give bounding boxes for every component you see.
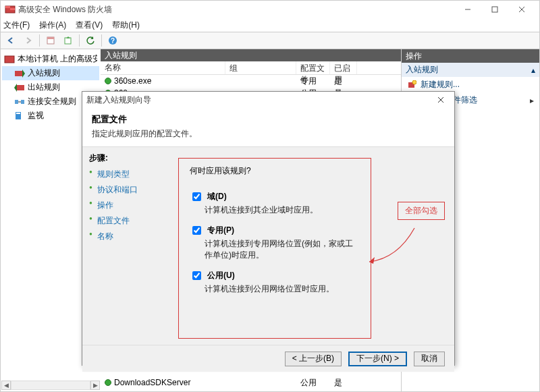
cell-group [225,80,296,82]
inbound-icon [14,68,25,79]
outbound-icon [14,82,25,93]
cell-group [225,382,296,383]
allow-icon [105,78,111,84]
step-name[interactable]: 名称 [89,229,155,244]
col-enabled[interactable]: 已启用 [330,61,357,74]
checkbox-public[interactable] [192,271,201,280]
tree-item-label: 连接安全规则 [28,96,76,107]
tree-item-label: 出站规则 [28,82,60,93]
svg-point-21 [412,80,416,84]
tree-root[interactable]: 本地计算机 上的高级安全 Win [2,52,99,66]
firewall-icon [5,4,16,15]
svg-rect-19 [16,113,20,114]
annotation-box: 何时应用该规则? 域(D) 计算机连接到其企业域时应用。 专用(P) 计算机连接… [178,158,371,339]
actions-header: 操作 [402,49,539,63]
svg-rect-2 [10,8,15,10]
checkbox-public-label: 公用(U) [207,270,235,281]
next-button[interactable]: 下一步(N) > [348,352,407,366]
monitor-icon [14,111,25,121]
cell-profile: 专用 [296,75,330,88]
scroll-left-icon[interactable]: ◀ [1,381,11,390]
svg-rect-12 [5,56,14,63]
step-profile[interactable]: 配置文件 [89,213,155,229]
minimize-button[interactable] [454,1,481,18]
back-button[interactable] [3,33,19,48]
toolbar-separator [79,34,80,47]
cell-name: 360se.exe [114,76,151,86]
checkbox-private[interactable] [192,226,201,235]
actions-section-label: 入站规则 [406,64,438,76]
main-header: 入站规则 [101,49,401,61]
export-button[interactable] [60,33,76,48]
dialog-head-title: 配置文件 [92,113,445,125]
window-title: 高级安全 Windows 防火墙 [18,4,454,16]
dialog-head-sub: 指定此规则应用的配置文件。 [92,128,445,140]
back-button[interactable]: < 上一步(B) [285,352,342,366]
checkbox-row-domain: 域(D) [190,190,360,203]
list-row[interactable]: 360se.exe 专用 是 [101,75,401,87]
annotation-label: 全部勾选 [398,202,445,220]
dialog-titlebar: 新建入站规则向导 [82,92,454,108]
checkbox-domain-label: 域(D) [207,191,227,202]
dialog-header: 配置文件 指定此规则应用的配置文件。 [82,108,454,147]
menubar: 文件(F) 操作(A) 查看(V) 帮助(H) [1,18,539,32]
private-desc: 计算机连接到专用网络位置(例如，家或工作单位)时应用。 [205,238,360,261]
col-group[interactable]: 组 [225,61,296,74]
chevron-right-icon: ▸ [530,96,534,105]
svg-rect-16 [21,100,24,104]
menu-action[interactable]: 操作(A) [39,20,66,31]
profile-question: 何时应用该规则? [190,165,360,177]
menu-help[interactable]: 帮助(H) [112,20,140,31]
svg-rect-8 [47,37,54,39]
svg-rect-1 [5,6,10,8]
connsec-icon [14,96,25,107]
forward-button[interactable] [20,33,36,48]
tree-scrollbar-h[interactable]: ◀ ▶ [1,381,100,390]
allow-icon [105,379,111,386]
dialog-close-button[interactable] [431,93,450,107]
actions-section: 入站规则 ▴ [402,63,539,77]
chevron-up-icon[interactable]: ▴ [531,65,535,75]
properties-button[interactable] [43,33,59,48]
tree-item-label: 监视 [28,110,44,121]
svg-rect-15 [15,100,18,104]
menu-view[interactable]: 查看(V) [76,20,103,31]
action-label: 新建规则... [421,79,460,90]
checkbox-row-public: 公用(U) [190,269,360,282]
scroll-track[interactable] [11,381,90,390]
steps-title: 步骤: [89,152,155,164]
cell-name: DownloadSDKServer [114,378,190,387]
col-profile[interactable]: 配置文件 [296,61,330,74]
public-desc: 计算机连接到公用网络位置时应用。 [205,283,360,295]
refresh-button[interactable] [82,33,99,48]
col-name[interactable]: 名称 [101,61,225,74]
help-button[interactable]: ? [105,33,121,48]
maximize-button[interactable] [481,1,508,18]
menu-file[interactable]: 文件(F) [3,20,30,31]
close-button[interactable] [508,1,535,18]
cell-enabled: 是 [330,75,357,88]
scroll-right-icon[interactable]: ▶ [90,381,100,390]
list-columns: 名称 组 配置文件 已启用 [101,61,401,75]
new-rule-icon [407,80,416,90]
toolbar-separator [101,34,102,47]
cancel-button[interactable]: 取消 [414,352,445,366]
svg-rect-13 [15,71,22,76]
step-action[interactable]: 操作 [89,198,155,213]
step-protocol[interactable]: 协议和端口 [89,182,155,198]
checkbox-domain[interactable] [192,192,201,201]
svg-rect-4 [492,7,497,12]
action-new-rule[interactable]: 新建规则... [402,77,539,92]
step-rule-type[interactable]: 规则类型 [89,167,155,182]
dialog-buttons: < 上一步(B) 下一步(N) > 取消 [82,345,454,372]
annotation-arrow-icon [364,225,418,265]
cell-profile: 公用 [296,376,330,389]
firewall-window: 高级安全 Windows 防火墙 文件(F) 操作(A) 查看(V) 帮助(H)… [0,0,540,392]
cell-enabled: 是 [330,376,357,389]
list-row[interactable]: DownloadSDKServer 公用 是 [101,376,401,389]
dialog-title: 新建入站规则向导 [86,94,431,106]
tree-item-inbound[interactable]: 入站规则 [2,66,99,80]
firewall-icon [4,54,15,65]
svg-rect-14 [17,85,24,90]
svg-text:?: ? [111,37,115,45]
